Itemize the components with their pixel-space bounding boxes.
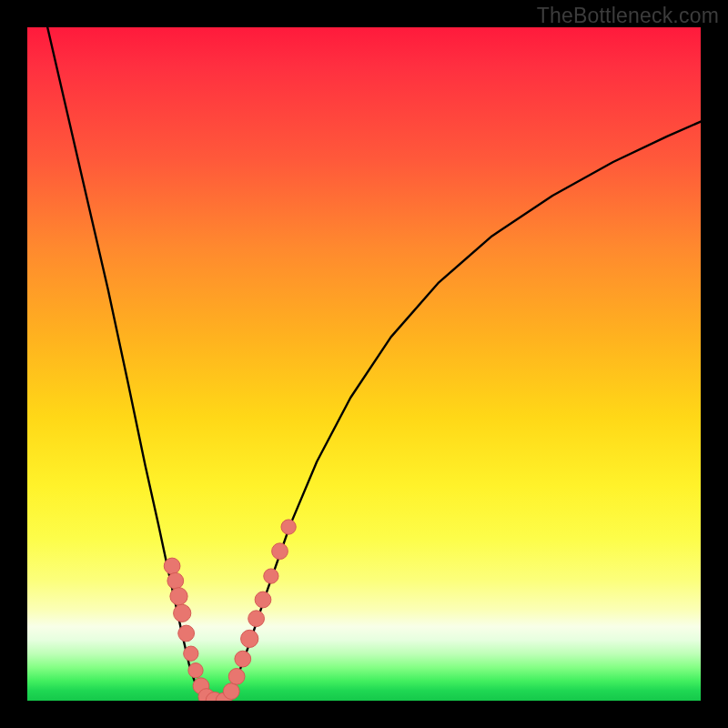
data-marker xyxy=(188,663,203,678)
data-marker xyxy=(235,651,251,667)
marker-layer xyxy=(164,520,296,701)
data-marker xyxy=(164,558,180,574)
data-marker xyxy=(248,611,265,627)
data-marker xyxy=(167,572,184,589)
data-marker xyxy=(170,588,187,605)
data-marker xyxy=(174,604,191,622)
data-marker xyxy=(281,520,296,534)
data-marker xyxy=(241,630,258,647)
data-marker xyxy=(228,668,245,684)
bottleneck-curve xyxy=(47,27,701,701)
data-marker xyxy=(223,683,239,700)
data-marker xyxy=(255,592,271,608)
chart-stage: TheBottleneck.com xyxy=(0,0,728,728)
data-marker xyxy=(184,646,198,661)
plot-area xyxy=(27,27,701,701)
data-marker xyxy=(272,543,288,560)
data-marker xyxy=(264,569,278,583)
chart-overlay-svg xyxy=(27,27,701,701)
watermark-text: TheBottleneck.com xyxy=(537,4,719,28)
data-marker xyxy=(178,625,195,642)
